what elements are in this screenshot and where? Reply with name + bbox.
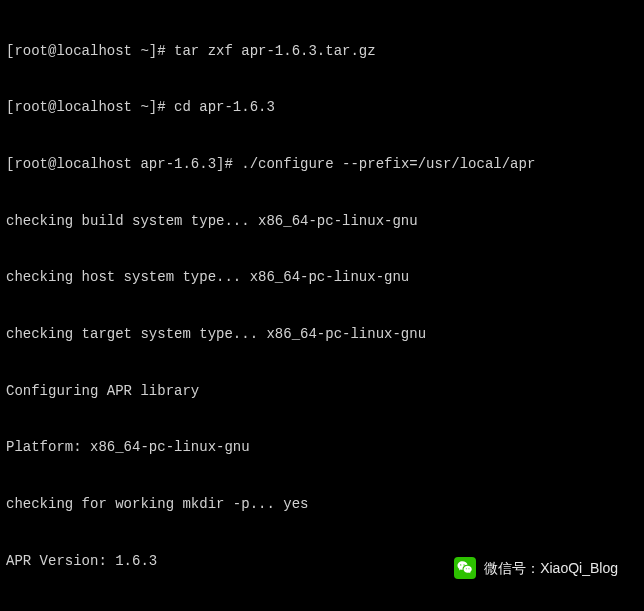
wechat-icon [454, 557, 476, 579]
output-line: checking for working mkdir -p... yes [6, 495, 638, 514]
output-line: Platform: x86_64-pc-linux-gnu [6, 438, 638, 457]
shell-command: tar zxf apr-1.6.3.tar.gz [174, 43, 376, 59]
output-line: Configuring APR library [6, 382, 638, 401]
watermark: 微信号：XiaoQi_Blog [448, 555, 624, 581]
prompt-line: [root@localhost ~]# cd apr-1.6.3 [6, 98, 638, 117]
shell-prompt: [root@localhost apr-1.6.3]# [6, 156, 241, 172]
output-line: checking target system type... x86_64-pc… [6, 325, 638, 344]
prompt-line: [root@localhost ~]# tar zxf apr-1.6.3.ta… [6, 42, 638, 61]
prompt-line: [root@localhost apr-1.6.3]# ./configure … [6, 155, 638, 174]
terminal-output: [root@localhost ~]# tar zxf apr-1.6.3.ta… [6, 4, 638, 611]
output-line: checking host system type... x86_64-pc-l… [6, 268, 638, 287]
shell-command: cd apr-1.6.3 [174, 99, 275, 115]
shell-prompt: [root@localhost ~]# [6, 43, 174, 59]
shell-prompt: [root@localhost ~]# [6, 99, 174, 115]
output-line: checking build system type... x86_64-pc-… [6, 212, 638, 231]
watermark-label: 微信号：XiaoQi_Blog [484, 559, 618, 578]
shell-command: ./configure --prefix=/usr/local/apr [241, 156, 535, 172]
